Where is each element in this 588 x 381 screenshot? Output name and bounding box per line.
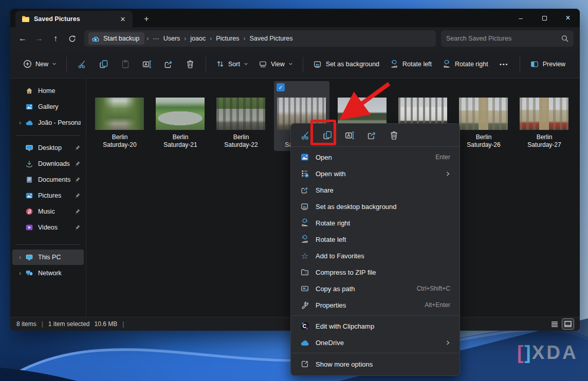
sidebar-item-onedrive-personal[interactable]: › João - Personal: [12, 115, 84, 130]
videos-icon: [25, 223, 34, 232]
menu-item-show-more-options[interactable]: Show more options: [293, 355, 457, 373]
sidebar-item-network[interactable]: › Network: [12, 265, 84, 281]
back-button[interactable]: ←: [14, 30, 31, 47]
file-tile-berlin-saturday-22[interactable]: BerlinSaturday-22: [213, 81, 269, 151]
documents-icon: [25, 176, 34, 184]
copy-button[interactable]: [94, 55, 114, 73]
rotate-left-button[interactable]: Rotate left: [385, 55, 436, 73]
delete-button[interactable]: [180, 55, 200, 73]
sidebar-item-documents[interactable]: Documents: [12, 172, 84, 187]
wrench-icon: [300, 300, 310, 310]
rename-button[interactable]: [340, 126, 359, 144]
file-tile-berlin-saturday-21[interactable]: BerlinSaturday-21: [153, 81, 208, 151]
breadcrumb-overflow[interactable]: ···: [151, 35, 161, 42]
breadcrumb-users[interactable]: Users: [161, 35, 182, 42]
menu-item-add-to-favorites[interactable]: ☆ Add to Favorites: [293, 247, 457, 264]
sidebar-item-this-pc[interactable]: › This PC: [12, 250, 84, 265]
tab-close-icon[interactable]: ✕: [117, 13, 128, 25]
pin-icon: [74, 177, 81, 183]
sidebar-item-label: Downloads: [38, 160, 74, 167]
menu-item-label: Edit with Clipchamp: [316, 322, 450, 330]
chevron-right-icon[interactable]: ›: [15, 119, 25, 126]
menu-separator: [292, 315, 458, 316]
breadcrumb-saved-pictures[interactable]: Saved Pictures: [247, 35, 295, 42]
sidebar-item-music[interactable]: Music: [12, 204, 84, 219]
close-button[interactable]: ×: [556, 9, 580, 27]
file-thumbnail: [216, 98, 265, 130]
menu-item-rotate-right[interactable]: Rotate right: [293, 215, 457, 231]
share-icon: [300, 185, 310, 195]
toolbar-divider: [520, 57, 520, 71]
breadcrumb-joaoc[interactable]: joaoc: [188, 35, 208, 42]
minimize-button[interactable]: –: [509, 9, 532, 27]
cut-button[interactable]: [72, 55, 93, 73]
view-button[interactable]: View: [254, 55, 298, 73]
menu-item-copy-as-path[interactable]: Copy as path Ctrl+Shift+C: [293, 280, 457, 297]
menu-item-properties[interactable]: Properties Alt+Enter: [293, 297, 457, 313]
sidebar-item-pictures[interactable]: Pictures: [12, 188, 84, 203]
paste-button[interactable]: [115, 55, 136, 73]
chevron-down-icon: [244, 62, 248, 66]
up-button[interactable]: ↑: [47, 30, 64, 47]
file-tile-berlin-saturday-27[interactable]: BerlinSaturday-27: [517, 81, 572, 151]
address-bar[interactable]: Start backup › ··· Users › joaoc › Pictu…: [84, 30, 436, 47]
share-button[interactable]: [362, 126, 381, 144]
refresh-button[interactable]: [64, 30, 80, 47]
sidebar-item-videos[interactable]: Videos: [12, 220, 84, 235]
sidebar-item-gallery[interactable]: Gallery: [12, 99, 84, 115]
new-tab-button[interactable]: +: [139, 12, 154, 26]
menu-item-edit-with-clipchamp[interactable]: Edit with Clipchamp: [293, 318, 457, 334]
tab-title: Saved Pictures: [34, 15, 117, 23]
sidebar-item-home[interactable]: Home: [12, 83, 84, 99]
breadcrumb-pictures[interactable]: Pictures: [214, 35, 241, 42]
menu-item-set-as-desktop-background[interactable]: Set as desktop background: [293, 198, 457, 215]
command-toolbar: New: [10, 50, 580, 79]
menu-item-onedrive[interactable]: OneDrive: [293, 334, 457, 351]
rotate-right-button[interactable]: Rotate right: [437, 55, 493, 73]
xda-text: XDA: [532, 342, 578, 363]
menu-item-compress-to-zip[interactable]: Compress to ZIP file: [293, 264, 457, 280]
chevron-right-icon[interactable]: ›: [15, 270, 25, 277]
search-box[interactable]: [441, 30, 574, 47]
menu-item-open-with[interactable]: Open with: [293, 165, 457, 182]
new-label: New: [35, 61, 48, 68]
file-tile-berlin-saturday-26[interactable]: BerlinSaturday-26: [456, 81, 511, 151]
details-view-button[interactable]: [549, 319, 560, 329]
menu-item-accel: Alt+Enter: [425, 301, 450, 309]
image-icon: [300, 202, 310, 211]
search-input[interactable]: [446, 35, 561, 42]
menu-item-label: Rotate right: [316, 219, 450, 227]
breadcrumb-chevron: ›: [208, 35, 214, 42]
forward-button[interactable]: →: [31, 30, 47, 47]
sidebar-item-label: Videos: [38, 224, 74, 231]
sidebar-item-downloads[interactable]: Downloads: [12, 156, 84, 172]
toolbar-divider: [66, 57, 67, 71]
file-thumbnail: [459, 98, 508, 130]
new-button[interactable]: New: [19, 55, 61, 73]
file-tile-berlin-saturday-20[interactable]: BerlinSaturday-20: [92, 81, 148, 151]
delete-button[interactable]: [384, 126, 403, 144]
maximize-icon: [542, 16, 547, 21]
pin-icon: [74, 193, 81, 199]
window-controls: – ×: [509, 9, 580, 27]
more-options-button[interactable]: •••: [494, 55, 514, 73]
menu-item-open[interactable]: Open Enter: [293, 149, 457, 165]
maximize-button[interactable]: [532, 9, 556, 27]
menu-item-label: Add to Favorites: [316, 252, 450, 260]
pin-icon: [74, 208, 81, 215]
chevron-right-icon[interactable]: ›: [15, 254, 25, 261]
preview-button[interactable]: Preview: [525, 55, 570, 73]
tab-saved-pictures[interactable]: Saved Pictures ✕: [15, 11, 133, 27]
menu-item-rotate-left[interactable]: Rotate left: [293, 231, 457, 247]
share-button[interactable]: [158, 55, 179, 73]
start-backup-button[interactable]: Start backup: [88, 32, 144, 45]
preview-label: Preview: [543, 61, 565, 68]
menu-item-share[interactable]: Share: [293, 182, 457, 198]
thumbnail-view-button[interactable]: [562, 319, 574, 329]
this-pc-icon: [25, 253, 34, 261]
selection-checkbox[interactable]: ✓: [277, 83, 285, 91]
set-as-background-button[interactable]: Set as background: [308, 55, 384, 73]
sidebar-item-desktop[interactable]: Desktop: [12, 140, 84, 156]
sort-button[interactable]: Sort: [211, 55, 253, 73]
rename-button[interactable]: [137, 55, 157, 73]
